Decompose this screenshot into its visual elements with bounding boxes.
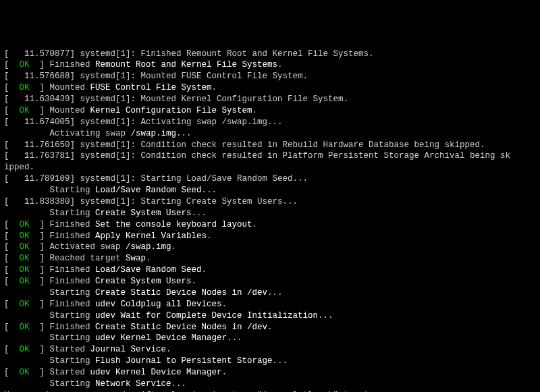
ok-status: OK <box>20 242 30 252</box>
status-line: Starting udev Wait for Complete Device I… <box>4 311 333 320</box>
ok-status: OK <box>20 254 30 263</box>
boot-log-line: [ 11.570877] systemd[1]: Finished Remoun… <box>4 49 374 59</box>
ok-status: OK <box>20 345 30 354</box>
ok-status: OK <box>20 106 30 115</box>
terminal-output[interactable]: [ 11.570877] systemd[1]: Finished Remoun… <box>4 49 536 393</box>
ok-status: OK <box>20 60 30 69</box>
ok-status: OK <box>20 220 30 229</box>
ok-status: OK <box>20 368 30 377</box>
status-line: Starting Create System Users... <box>4 208 207 218</box>
ok-status: OK <box>20 83 30 92</box>
status-line: [ OK ] Finished Load/Save Random Seed. <box>4 265 207 275</box>
status-line: [ OK ] Finished Remount Root and Kernel … <box>4 60 283 69</box>
boot-log-line: ipped. <box>4 163 34 172</box>
status-line: Starting udev Kernel Device Manager... <box>4 333 242 343</box>
boot-log-line: [ 11.789109] systemd[1]: Starting Load/S… <box>4 174 308 184</box>
status-line: [ OK ] Activated swap /swap.img. <box>4 242 176 252</box>
status-line: [ OK ] Finished Apply Kernel Variables. <box>4 231 212 241</box>
ok-status: OK <box>20 265 30 275</box>
ok-status: OK <box>20 323 30 332</box>
status-line: [ OK ] Finished udev Coldplug all Device… <box>4 300 227 309</box>
status-line: [ OK ] Finished Create Static Device Nod… <box>4 323 273 332</box>
status-line: [ OK ] Started udev Kernel Device Manage… <box>4 368 227 377</box>
ok-status: OK <box>20 300 30 309</box>
boot-log-line: [ 11.630439] systemd[1]: Mounted Kernel … <box>4 94 348 104</box>
boot-log-line: [ 11.674005] systemd[1]: Activating swap… <box>4 117 283 127</box>
boot-log-line: [ 11.761650] systemd[1]: Condition check… <box>4 140 485 150</box>
boot-log-line: [ 11.763781] systemd[1]: Condition check… <box>4 151 510 161</box>
status-line: Starting Create Static Device Nodes in /… <box>4 288 283 298</box>
boot-log-line: [ 11.576688] systemd[1]: Mounted FUSE Co… <box>4 72 308 81</box>
ok-status: OK <box>20 277 30 286</box>
status-line: [ OK ] Finished Create System Users. <box>4 277 196 286</box>
boot-log-line: [ 11.838380] systemd[1]: Starting Create… <box>4 197 298 206</box>
status-line: [ OK ] Finished Set the console keyboard… <box>4 220 257 229</box>
status-line: [ OK ] Reached target Swap. <box>4 254 151 263</box>
status-line: Starting Load/Save Random Seed... <box>4 186 217 195</box>
status-line: Activating swap /swap.img... <box>4 129 192 138</box>
status-line: Starting Flush Journal to Persistent Sto… <box>4 356 288 366</box>
status-line: [ OK ] Mounted Kernel Configuration File… <box>4 106 257 115</box>
status-line: Starting Network Service... <box>4 379 186 389</box>
status-line: [ OK ] Started Journal Service. <box>4 345 171 354</box>
ok-status: OK <box>20 231 30 241</box>
status-line: [ OK ] Mounted FUSE Control File System. <box>4 83 217 92</box>
